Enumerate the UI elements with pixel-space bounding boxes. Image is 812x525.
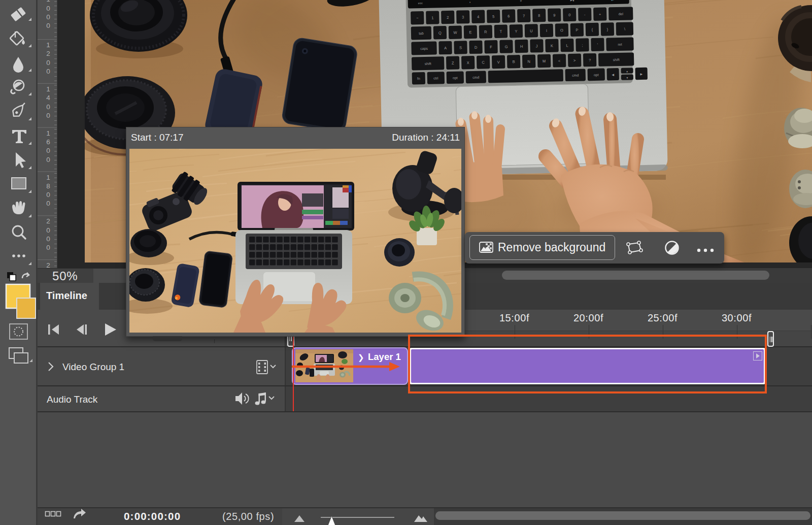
svg-text:0: 0 <box>46 112 50 119</box>
svg-text:2: 2 <box>46 217 50 225</box>
svg-text:>: > <box>573 58 576 63</box>
svg-text:B: B <box>513 59 515 64</box>
svg-text:▲: ▲ <box>626 70 628 73</box>
svg-text:;: ; <box>582 43 583 47</box>
svg-text:6: 6 <box>46 138 50 146</box>
svg-text:+: + <box>599 12 601 17</box>
svg-text:0: 0 <box>46 226 50 234</box>
svg-text:0: 0 <box>46 191 50 199</box>
svg-text:4: 4 <box>46 94 50 102</box>
svg-text:0:00:00:00: 0:00:00:00 <box>124 510 181 522</box>
svg-text:▶▮: ▶▮ <box>570 0 574 2</box>
svg-text:V: V <box>497 60 500 64</box>
svg-text:6: 6 <box>507 14 510 18</box>
svg-text:0: 0 <box>568 13 570 17</box>
svg-text:▼: ▼ <box>626 76 628 79</box>
svg-text:Q: Q <box>438 30 442 35</box>
svg-text:fn: fn <box>417 77 420 80</box>
svg-text:W: W <box>453 30 457 35</box>
svg-text:0: 0 <box>46 244 50 251</box>
svg-text:ret: ret <box>618 43 622 46</box>
svg-text:0: 0 <box>46 103 50 111</box>
svg-text:8: 8 <box>538 13 540 18</box>
svg-text:opt: opt <box>453 76 458 80</box>
svg-text:1: 1 <box>431 16 433 20</box>
svg-text:G: G <box>505 45 508 49</box>
svg-text:O: O <box>560 28 563 32</box>
svg-text:1: 1 <box>46 129 50 137</box>
svg-text:(25,00 fps): (25,00 fps) <box>222 511 274 522</box>
svg-text:U: U <box>530 29 533 34</box>
svg-text:R: R <box>484 29 487 34</box>
svg-text:A: A <box>444 46 447 50</box>
svg-text:J: J <box>536 44 538 48</box>
svg-text:8: 8 <box>46 182 50 190</box>
svg-text:0: 0 <box>46 5 50 12</box>
svg-text:Y: Y <box>515 29 517 34</box>
svg-text:7: 7 <box>523 14 525 18</box>
svg-text:?: ? <box>589 58 591 62</box>
svg-text:0: 0 <box>46 156 50 163</box>
svg-text:Video Group 1: Video Group 1 <box>62 362 124 372</box>
svg-text:cmd: cmd <box>572 74 579 77</box>
svg-text:esc: esc <box>418 2 423 5</box>
svg-text:0: 0 <box>46 235 50 243</box>
svg-text:C: C <box>482 60 485 64</box>
svg-text:P: P <box>576 28 578 32</box>
svg-text:N: N <box>527 59 530 64</box>
svg-text:opt: opt <box>594 73 599 77</box>
svg-text:shift: shift <box>425 62 431 65</box>
svg-text:F: F <box>490 45 492 49</box>
svg-text:1: 1 <box>46 0 50 3</box>
svg-text:☀: ☀ <box>520 0 523 3</box>
svg-text:X: X <box>467 60 469 65</box>
svg-text:Audio Track: Audio Track <box>47 394 98 405</box>
svg-text:E: E <box>469 30 471 35</box>
svg-text:0: 0 <box>46 68 50 75</box>
svg-text:3: 3 <box>462 15 464 19</box>
svg-text:1: 1 <box>46 85 50 93</box>
svg-text:ctrl: ctrl <box>433 76 438 80</box>
svg-text:0: 0 <box>46 147 50 154</box>
svg-text:0: 0 <box>46 200 50 207</box>
svg-text:I: I <box>546 28 547 33</box>
svg-text:1: 1 <box>46 174 50 181</box>
svg-text:5: 5 <box>492 14 494 19</box>
svg-text:2: 2 <box>46 50 50 57</box>
svg-text:◑: ◑ <box>469 1 471 4</box>
svg-text:K: K <box>551 44 553 48</box>
svg-text:Z: Z <box>452 61 454 65</box>
svg-text:cmd: cmd <box>472 76 479 79</box>
svg-text:◀: ◀ <box>612 73 614 76</box>
svg-text:T: T <box>500 29 502 34</box>
svg-text:▶: ▶ <box>640 73 642 76</box>
svg-text:9: 9 <box>553 13 555 18</box>
svg-text:H: H <box>520 44 523 49</box>
svg-text:<: < <box>558 58 561 63</box>
svg-text:2: 2 <box>447 15 449 20</box>
svg-text:4: 4 <box>477 15 479 19</box>
svg-text:D: D <box>475 45 478 50</box>
svg-text:2: 2 <box>46 261 50 268</box>
svg-text:M: M <box>543 59 546 63</box>
svg-text:shift: shift <box>613 58 620 61</box>
svg-text:0: 0 <box>46 59 50 67</box>
svg-text:S: S <box>459 45 462 50</box>
svg-text:0: 0 <box>46 13 50 21</box>
svg-text:L: L <box>566 43 568 48</box>
svg-text:tab: tab <box>419 31 424 35</box>
svg-text:1: 1 <box>46 41 50 49</box>
svg-text:~: ~ <box>416 16 419 20</box>
svg-text:0: 0 <box>46 22 50 29</box>
svg-text:del: del <box>619 12 624 16</box>
